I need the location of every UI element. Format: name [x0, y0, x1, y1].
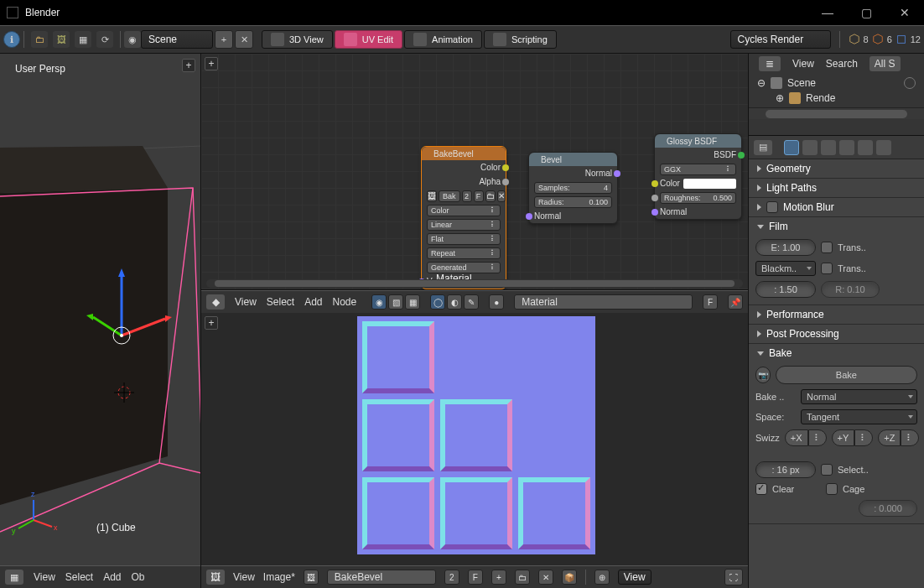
tab-scripting[interactable]: Scripting: [484, 30, 557, 49]
tree-type-tex-icon[interactable]: ✎: [464, 294, 479, 310]
image-browse-icon[interactable]: 🖼: [427, 190, 437, 202]
editor-type-icon[interactable]: ◆: [206, 294, 225, 310]
recover-icon[interactable]: ⟳: [96, 31, 113, 48]
bake-button[interactable]: Bake: [776, 366, 917, 384]
panel-post-processing[interactable]: Post Processing: [749, 325, 924, 343]
swizzle-y-dropdown[interactable]: +Y⠇: [832, 429, 874, 446]
bake-type-dropdown[interactable]: Normal: [801, 389, 917, 404]
image-browse-icon[interactable]: 🖼: [304, 570, 319, 585]
filter-width-field[interactable]: : 1.50: [755, 281, 816, 298]
editor-type-icon[interactable]: ▤: [754, 140, 772, 155]
samples-field[interactable]: Samples:4: [534, 182, 612, 194]
delete-scene-button[interactable]: ✕: [235, 30, 253, 49]
socket-in-color[interactable]: [651, 180, 658, 187]
3d-viewport[interactable]: User Persp +: [0, 54, 200, 565]
distribution-dropdown[interactable]: GGX⠇: [660, 164, 736, 175]
append-icon[interactable]: ▦: [75, 31, 91, 48]
maximize-button[interactable]: ▢: [847, 0, 885, 25]
shader-type-line-icon[interactable]: ▦: [405, 294, 420, 310]
menu-add[interactable]: Add: [304, 296, 322, 308]
exposure-field[interactable]: E: 1.00: [755, 239, 816, 256]
object-tab-icon[interactable]: [858, 140, 873, 155]
render-tab-icon[interactable]: [784, 140, 799, 155]
toggle-toolbar-icon[interactable]: +: [205, 316, 218, 330]
editor-type-icon[interactable]: ▦: [5, 570, 23, 585]
image-unlink-icon[interactable]: ✕: [497, 190, 506, 202]
transparent-glass-checkbox[interactable]: [821, 263, 833, 274]
panel-film[interactable]: Film: [749, 217, 924, 236]
node-editor[interactable]: + BakeBevel Color Alpha 🖼 Bak 2 F 🗀 ✕: [201, 54, 748, 290]
pin-icon[interactable]: 📌: [728, 294, 743, 310]
minimize-button[interactable]: —: [808, 0, 847, 25]
socket-in-normal[interactable]: [526, 213, 532, 220]
panel-geometry[interactable]: Geometry: [749, 159, 924, 178]
outliner-item-scene[interactable]: ⊖ Scene: [757, 75, 916, 91]
image-open-icon[interactable]: 🗀: [515, 570, 530, 585]
close-button[interactable]: ✕: [885, 0, 924, 25]
panel-motion-blur[interactable]: Motion Blur: [749, 198, 924, 216]
image-new-icon[interactable]: +: [491, 570, 506, 585]
outliner-item-renderlayers[interactable]: ⊕ Rende: [757, 91, 916, 106]
tab-animation[interactable]: Animation: [404, 30, 482, 49]
menu-node[interactable]: Node: [333, 296, 357, 308]
color-swatch[interactable]: [683, 179, 736, 189]
toggle-toolbar-icon[interactable]: +: [205, 57, 218, 70]
menu-select[interactable]: Select: [65, 571, 93, 583]
transparent-checkbox[interactable]: [821, 242, 833, 253]
socket-out-color[interactable]: [502, 164, 509, 171]
menu-add[interactable]: Add: [103, 571, 121, 583]
tab-3d-view[interactable]: 3D View: [262, 30, 333, 49]
extension-dropdown[interactable]: Repeat⠇: [427, 247, 501, 259]
cage-extrusion-field[interactable]: : 0.000: [859, 500, 917, 517]
margin-field[interactable]: : 16 px: [755, 461, 816, 478]
shader-type-object-icon[interactable]: ◉: [371, 294, 387, 310]
image-pack-icon[interactable]: 📦: [562, 570, 577, 585]
menu-image[interactable]: Image*: [263, 571, 295, 583]
color-space-dropdown[interactable]: Color⠇: [427, 205, 501, 216]
node-bevel[interactable]: Bevel Normal Samples:4 Radius:0.100 Norm…: [528, 152, 618, 224]
interp-dropdown[interactable]: Linear⠇: [427, 219, 501, 231]
material-icon[interactable]: ●: [489, 294, 504, 310]
view-mode-dropdown[interactable]: View: [618, 570, 651, 585]
image-name-field[interactable]: BakeBevel: [327, 570, 436, 585]
source-dropdown[interactable]: Generated⠇: [427, 262, 501, 273]
selected-to-active-checkbox[interactable]: [821, 464, 833, 476]
image-name-field[interactable]: Bak: [439, 190, 460, 202]
swizzle-x-dropdown[interactable]: +X⠇: [785, 429, 827, 446]
socket-out-bsdf[interactable]: [738, 152, 745, 159]
editor-type-icon[interactable]: 🖼: [206, 570, 225, 585]
node-scrollbar[interactable]: [206, 279, 743, 288]
image-unlink-icon[interactable]: ✕: [538, 570, 553, 585]
image-fake-user[interactable]: F: [468, 570, 483, 585]
normal-space-dropdown[interactable]: Tangent: [801, 409, 917, 424]
socket-out-alpha[interactable]: [502, 179, 509, 185]
image-users[interactable]: 2: [462, 190, 472, 202]
socket-in-normal[interactable]: [651, 209, 658, 216]
socket-in-roughness[interactable]: [651, 195, 658, 201]
world-tab-icon[interactable]: [839, 140, 854, 155]
menu-view[interactable]: View: [792, 58, 814, 70]
blender-icon[interactable]: ℹ: [3, 31, 20, 48]
outliner-tree[interactable]: ⊖ Scene ⊕ Rende: [749, 74, 924, 107]
clear-checkbox[interactable]: [755, 483, 767, 495]
menu-view[interactable]: View: [34, 571, 55, 583]
node-glossy-bsdf[interactable]: Glossy BSDF BSDF GGX⠇ Color Roughnes:0.5…: [654, 133, 742, 220]
add-scene-button[interactable]: +: [215, 30, 233, 49]
outliner-scrollbar[interactable]: [749, 107, 924, 119]
material-field[interactable]: Material: [514, 294, 693, 310]
menu-select[interactable]: Select: [267, 296, 294, 308]
editor-type-icon[interactable]: ≣: [759, 56, 781, 71]
tree-type-shader-icon[interactable]: ◯: [430, 294, 445, 310]
menu-search[interactable]: Search: [826, 58, 858, 70]
image-open-icon[interactable]: 🗀: [485, 190, 496, 202]
roughness-field[interactable]: Roughnes:0.500: [660, 192, 736, 204]
menu-view[interactable]: View: [233, 571, 255, 583]
file-icon[interactable]: 🗀: [31, 31, 48, 48]
pivot-icon[interactable]: ⊕: [594, 570, 610, 585]
render-toggle-icon[interactable]: [904, 77, 916, 89]
constraints-tab-icon[interactable]: [876, 140, 891, 155]
socket-out-normal[interactable]: [614, 170, 620, 177]
node-image-texture[interactable]: BakeBevel Color Alpha 🖼 Bak 2 F 🗀 ✕ Colo…: [421, 146, 506, 289]
pixel-filter-dropdown[interactable]: Blackm..: [755, 261, 816, 276]
scene-dropdown[interactable]: Scene: [141, 30, 213, 49]
